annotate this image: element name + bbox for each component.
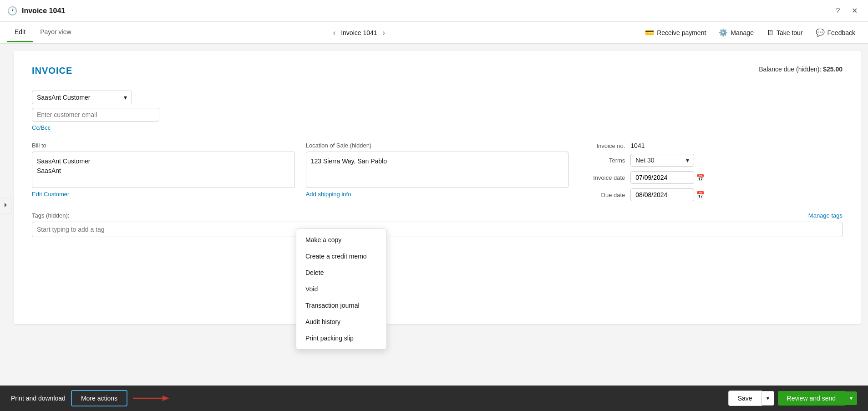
tab-edit[interactable]: Edit xyxy=(7,23,33,42)
nav-center: ‹ Invoice 1041 › xyxy=(79,27,640,39)
location-label: Location of Sale (hidden) xyxy=(306,142,569,149)
tab-payor-view[interactable]: Payor view xyxy=(33,23,78,42)
help-icon[interactable]: ? xyxy=(832,5,844,17)
invoice-date-input-row: 📅 xyxy=(630,171,705,184)
prev-invoice-arrow[interactable]: ‹ xyxy=(331,27,337,39)
due-date-row: Due date 📅 xyxy=(579,188,843,201)
invoice-card: INVOICE Balance due (hidden): $25.00 Saa… xyxy=(14,51,861,324)
menu-print-packing-slip[interactable]: Print packing slip xyxy=(296,330,386,346)
title-bar: 🕐 Invoice 1041 ? ✕ xyxy=(0,0,868,22)
nav-bar: Edit Payor view ‹ Invoice 1041 › 💳 Recei… xyxy=(0,22,868,44)
nav-actions: 💳 Receive payment ⚙️ Manage 🖥 Take tour … xyxy=(640,25,861,40)
location-value: 123 Sierra Way, San Pablo xyxy=(311,157,564,166)
next-invoice-arrow[interactable]: › xyxy=(381,27,387,39)
menu-audit-history[interactable]: Audit history xyxy=(296,314,386,330)
page-title: Invoice 1041 xyxy=(22,7,65,15)
invoice-date-input[interactable] xyxy=(630,171,694,184)
nav-invoice-title: Invoice 1041 xyxy=(341,29,377,36)
edit-customer-button[interactable]: Edit Customer xyxy=(32,191,69,198)
menu-void[interactable]: Void xyxy=(296,281,386,297)
manage-tags-link[interactable]: Manage tags xyxy=(808,212,843,219)
feedback-label: Feedback xyxy=(827,29,855,36)
due-date-label: Due date xyxy=(579,192,625,198)
tags-input[interactable] xyxy=(32,222,843,237)
manage-label: Manage xyxy=(731,29,754,36)
terms-select[interactable]: Net 30 ▾ xyxy=(630,154,694,167)
bill-to-box[interactable]: SaasAnt Customer SaasAnt xyxy=(32,152,295,188)
cc-bcc-link[interactable]: Cc/Bcc xyxy=(32,124,51,131)
invoice-date-row: Invoice date 📅 xyxy=(579,171,843,184)
location-section: Location of Sale (hidden) 123 Sierra Way… xyxy=(306,142,569,201)
form-grid: Bill to SaasAnt Customer SaasAnt Edit Cu… xyxy=(32,142,843,201)
manage-button[interactable]: ⚙️ Manage xyxy=(713,25,759,40)
dropdown-chevron-icon: ▾ xyxy=(124,94,127,101)
invoice-no-value: 1041 xyxy=(630,142,645,149)
invoice-date-calendar-icon[interactable]: 📅 xyxy=(696,173,705,182)
invoice-details-section: Invoice no. 1041 Terms Net 30 ▾ Invoice … xyxy=(579,142,843,201)
customer-name: SaasAnt Customer xyxy=(37,94,91,101)
close-icon[interactable]: ✕ xyxy=(848,5,861,17)
payment-icon: 💳 xyxy=(645,28,654,37)
balance-due-label: Balance due (hidden): xyxy=(759,66,821,73)
invoice-title: INVOICE xyxy=(32,66,72,76)
menu-delete[interactable]: Delete xyxy=(296,264,386,281)
chat-icon: 💬 xyxy=(816,28,825,37)
tags-label: Tags (hidden): xyxy=(32,212,69,219)
due-date-calendar-icon[interactable]: 📅 xyxy=(696,191,705,199)
location-box[interactable]: 123 Sierra Way, San Pablo xyxy=(306,152,569,188)
sidebar-expand-icon[interactable] xyxy=(0,197,11,214)
nav-tabs: Edit Payor view xyxy=(7,23,79,42)
invoice-header: INVOICE Balance due (hidden): $25.00 xyxy=(32,66,843,76)
balance-due-amount: $25.00 xyxy=(823,66,843,73)
menu-credit-memo[interactable]: Create a credit memo xyxy=(296,248,386,264)
menu-transaction-journal[interactable]: Transaction journal xyxy=(296,297,386,314)
monitor-icon: 🖥 xyxy=(766,29,774,37)
take-tour-button[interactable]: 🖥 Take tour xyxy=(761,26,808,40)
receive-payment-button[interactable]: 💳 Receive payment xyxy=(640,25,711,40)
menu-make-copy[interactable]: Make a copy xyxy=(296,232,386,248)
main-content: INVOICE Balance due (hidden): $25.00 Saa… xyxy=(0,44,868,386)
balance-due: Balance due (hidden): $25.00 xyxy=(759,66,843,73)
invoice-no-label: Invoice no. xyxy=(579,142,625,149)
customer-section: SaasAnt Customer ▾ Cc/Bcc xyxy=(32,91,843,131)
take-tour-label: Take tour xyxy=(777,29,803,36)
bill-to-line2: SaasAnt xyxy=(37,166,290,176)
invoice-no-row: Invoice no. 1041 xyxy=(579,142,843,149)
bill-to-section: Bill to SaasAnt Customer SaasAnt Edit Cu… xyxy=(32,142,295,201)
customer-email-input[interactable] xyxy=(32,108,159,122)
tags-header: Tags (hidden): Manage tags xyxy=(32,212,843,219)
title-bar-right: ? ✕ xyxy=(832,5,861,17)
terms-label: Terms xyxy=(579,157,625,164)
receive-payment-label: Receive payment xyxy=(657,29,706,36)
history-icon: 🕐 xyxy=(7,6,17,16)
feedback-button[interactable]: 💬 Feedback xyxy=(810,25,861,40)
gear-icon: ⚙️ xyxy=(719,28,728,37)
due-date-input-row: 📅 xyxy=(630,188,705,201)
terms-chevron-icon: ▾ xyxy=(686,157,689,164)
title-bar-left: 🕐 Invoice 1041 xyxy=(7,6,65,16)
invoice-date-label: Invoice date xyxy=(579,174,625,181)
more-actions-dropdown: Make a copy Create a credit memo Delete … xyxy=(296,228,387,350)
bill-to-label: Bill to xyxy=(32,142,295,149)
add-shipping-button[interactable]: Add shipping info xyxy=(306,191,351,198)
terms-value: Net 30 xyxy=(635,157,654,164)
tags-section: Tags (hidden): Manage tags xyxy=(32,212,843,237)
terms-row: Terms Net 30 ▾ xyxy=(579,154,843,167)
customer-dropdown[interactable]: SaasAnt Customer ▾ xyxy=(32,91,132,104)
due-date-input[interactable] xyxy=(630,188,694,201)
bill-to-line1: SaasAnt Customer xyxy=(37,157,290,166)
